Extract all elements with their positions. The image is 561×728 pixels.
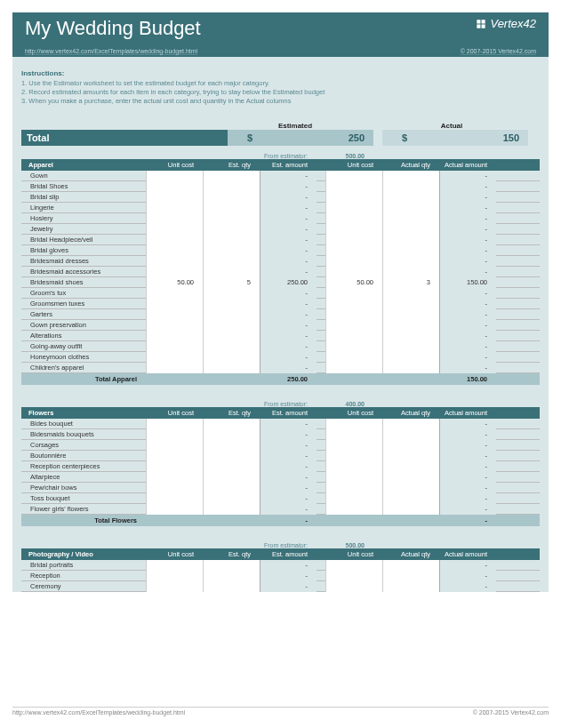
cell-actual-unit-cost[interactable] xyxy=(325,213,382,224)
cell-actual-qty[interactable] xyxy=(382,493,439,504)
cell-actual-qty[interactable] xyxy=(382,451,439,461)
cell-actual-qty[interactable] xyxy=(382,440,439,451)
cell-est-qty[interactable] xyxy=(203,461,260,472)
source-url[interactable]: http://www.vertex42.com/ExcelTemplates/w… xyxy=(25,48,197,54)
cell-actual-unit-cost[interactable] xyxy=(325,472,382,483)
cell-est-qty[interactable] xyxy=(203,309,260,320)
cell-est-qty[interactable] xyxy=(203,267,260,277)
cell-actual-unit-cost[interactable] xyxy=(325,461,382,472)
cell-est-qty[interactable] xyxy=(203,571,260,581)
cell-actual-unit-cost[interactable] xyxy=(325,560,382,571)
cell-unit-cost[interactable]: 50.00 xyxy=(146,277,203,288)
cell-unit-cost[interactable] xyxy=(146,461,203,472)
cell-est-qty[interactable] xyxy=(203,440,260,451)
cell-unit-cost[interactable] xyxy=(146,581,203,592)
cell-actual-qty[interactable] xyxy=(382,213,439,224)
cell-actual-qty[interactable] xyxy=(382,363,439,373)
cell-actual-unit-cost[interactable] xyxy=(325,504,382,515)
cell-actual-qty[interactable] xyxy=(382,472,439,483)
cell-actual-unit-cost[interactable] xyxy=(325,429,382,440)
cell-actual-qty[interactable] xyxy=(382,192,439,203)
cell-actual-unit-cost[interactable] xyxy=(325,419,382,429)
cell-unit-cost[interactable] xyxy=(146,341,203,352)
cell-actual-qty[interactable] xyxy=(382,331,439,341)
cell-est-qty[interactable] xyxy=(203,331,260,341)
cell-unit-cost[interactable] xyxy=(146,493,203,504)
cell-est-qty[interactable] xyxy=(203,560,260,571)
cell-actual-unit-cost[interactable] xyxy=(325,440,382,451)
cell-actual-unit-cost[interactable] xyxy=(325,483,382,493)
cell-unit-cost[interactable] xyxy=(146,192,203,203)
cell-unit-cost[interactable] xyxy=(146,419,203,429)
cell-est-qty[interactable] xyxy=(203,299,260,309)
cell-actual-qty[interactable] xyxy=(382,256,439,267)
cell-actual-qty[interactable] xyxy=(382,171,439,181)
cell-actual-unit-cost[interactable] xyxy=(325,331,382,341)
cell-est-qty[interactable] xyxy=(203,288,260,299)
cell-unit-cost[interactable] xyxy=(146,451,203,461)
cell-actual-unit-cost[interactable] xyxy=(325,571,382,581)
cell-est-qty[interactable] xyxy=(203,472,260,483)
cell-actual-unit-cost[interactable] xyxy=(325,493,382,504)
cell-est-qty[interactable] xyxy=(203,213,260,224)
cell-unit-cost[interactable] xyxy=(146,472,203,483)
cell-unit-cost[interactable] xyxy=(146,560,203,571)
cell-actual-qty[interactable] xyxy=(382,504,439,515)
cell-est-qty[interactable] xyxy=(203,320,260,331)
cell-actual-unit-cost[interactable] xyxy=(325,299,382,309)
cell-actual-qty[interactable] xyxy=(382,560,439,571)
cell-unit-cost[interactable] xyxy=(146,256,203,267)
cell-actual-unit-cost[interactable] xyxy=(325,341,382,352)
cell-actual-unit-cost[interactable] xyxy=(325,288,382,299)
cell-unit-cost[interactable] xyxy=(146,203,203,213)
cell-est-qty[interactable] xyxy=(203,171,260,181)
cell-est-qty[interactable] xyxy=(203,419,260,429)
cell-unit-cost[interactable] xyxy=(146,363,203,373)
cell-est-qty[interactable] xyxy=(203,181,260,192)
cell-actual-qty[interactable] xyxy=(382,288,439,299)
cell-unit-cost[interactable] xyxy=(146,213,203,224)
cell-unit-cost[interactable] xyxy=(146,224,203,235)
cell-est-qty[interactable] xyxy=(203,581,260,592)
cell-actual-unit-cost[interactable] xyxy=(325,171,382,181)
cell-actual-qty[interactable] xyxy=(382,461,439,472)
cell-actual-qty[interactable] xyxy=(382,235,439,245)
cell-actual-unit-cost[interactable] xyxy=(325,224,382,235)
cell-est-qty[interactable] xyxy=(203,352,260,363)
cell-actual-qty[interactable] xyxy=(382,309,439,320)
cell-actual-unit-cost[interactable] xyxy=(325,192,382,203)
cell-unit-cost[interactable] xyxy=(146,429,203,440)
cell-est-qty[interactable] xyxy=(203,429,260,440)
cell-est-qty[interactable] xyxy=(203,483,260,493)
cell-est-qty[interactable] xyxy=(203,192,260,203)
cell-actual-qty[interactable] xyxy=(382,224,439,235)
cell-est-qty[interactable] xyxy=(203,451,260,461)
cell-actual-unit-cost[interactable] xyxy=(325,203,382,213)
cell-actual-unit-cost[interactable] xyxy=(325,245,382,256)
cell-actual-qty[interactable] xyxy=(382,320,439,331)
cell-actual-qty[interactable] xyxy=(382,429,439,440)
cell-est-qty[interactable] xyxy=(203,256,260,267)
cell-est-qty[interactable] xyxy=(203,203,260,213)
cell-actual-unit-cost[interactable] xyxy=(325,451,382,461)
cell-actual-unit-cost[interactable] xyxy=(325,256,382,267)
cell-unit-cost[interactable] xyxy=(146,331,203,341)
cell-actual-qty[interactable] xyxy=(382,483,439,493)
cell-unit-cost[interactable] xyxy=(146,181,203,192)
cell-actual-qty[interactable] xyxy=(382,181,439,192)
cell-actual-unit-cost[interactable] xyxy=(325,363,382,373)
cell-est-qty[interactable] xyxy=(203,504,260,515)
cell-unit-cost[interactable] xyxy=(146,245,203,256)
cell-unit-cost[interactable] xyxy=(146,299,203,309)
cell-unit-cost[interactable] xyxy=(146,483,203,493)
cell-actual-unit-cost[interactable] xyxy=(325,267,382,277)
cell-unit-cost[interactable] xyxy=(146,288,203,299)
cell-actual-qty[interactable]: 3 xyxy=(382,277,439,288)
cell-actual-unit-cost[interactable] xyxy=(325,309,382,320)
cell-est-qty[interactable] xyxy=(203,245,260,256)
cell-est-qty[interactable]: 5 xyxy=(203,277,260,288)
cell-unit-cost[interactable] xyxy=(146,309,203,320)
cell-unit-cost[interactable] xyxy=(146,267,203,277)
cell-actual-qty[interactable] xyxy=(382,267,439,277)
cell-actual-unit-cost[interactable] xyxy=(325,181,382,192)
